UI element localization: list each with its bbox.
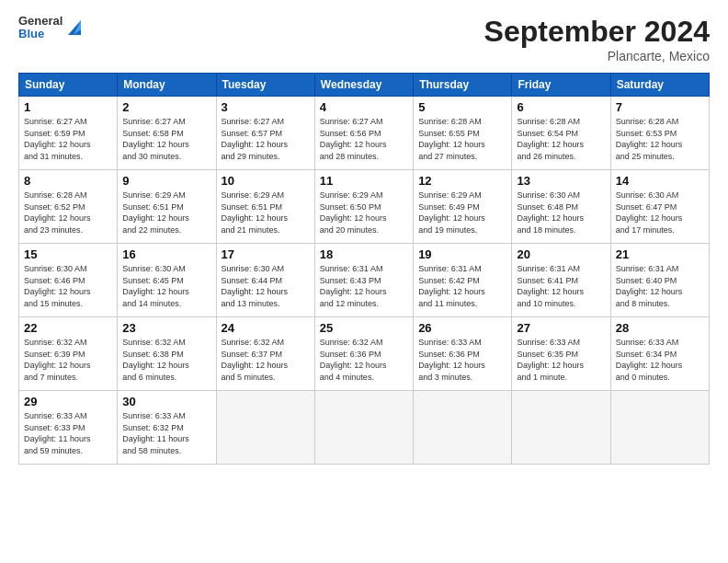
cell-line: and 28 minutes.: [320, 152, 379, 161]
logo-general: General: [18, 15, 63, 28]
cell-line: Sunrise: 6:28 AM: [517, 117, 580, 126]
cell-line: Sunset: 6:41 PM: [517, 276, 578, 285]
calendar-week-2: 8Sunrise: 6:28 AMSunset: 6:52 PMDaylight…: [19, 170, 710, 244]
cell-line: Sunrise: 6:28 AM: [616, 117, 679, 126]
cell-info: Sunrise: 6:30 AMSunset: 6:45 PMDaylight:…: [122, 263, 210, 309]
table-cell: 2Sunrise: 6:27 AMSunset: 6:58 PMDaylight…: [118, 97, 216, 170]
table-cell: 25Sunrise: 6:32 AMSunset: 6:36 PMDayligh…: [314, 317, 413, 391]
day-number: 9: [122, 174, 210, 188]
table-cell: 19Sunrise: 6:31 AMSunset: 6:42 PMDayligh…: [414, 244, 512, 317]
calendar-week-5: 29Sunrise: 6:33 AMSunset: 6:33 PMDayligh…: [19, 391, 710, 465]
cell-line: Sunset: 6:42 PM: [418, 276, 480, 285]
cell-info: Sunrise: 6:28 AMSunset: 6:52 PMDaylight:…: [24, 190, 112, 236]
cell-line: Sunrise: 6:30 AM: [222, 264, 285, 273]
calendar-week-4: 22Sunrise: 6:32 AMSunset: 6:39 PMDayligh…: [19, 317, 710, 391]
cell-line: and 25 minutes.: [616, 152, 675, 161]
cell-info: Sunrise: 6:29 AMSunset: 6:51 PMDaylight:…: [122, 190, 210, 236]
cell-line: Daylight: 11 hours: [122, 434, 189, 443]
cell-info: Sunrise: 6:32 AMSunset: 6:37 PMDaylight:…: [222, 337, 310, 383]
cell-line: Sunset: 6:44 PM: [222, 276, 283, 285]
cell-line: Sunset: 6:52 PM: [24, 202, 85, 212]
cell-info: Sunrise: 6:31 AMSunset: 6:41 PMDaylight:…: [517, 263, 605, 309]
cell-info: Sunrise: 6:31 AMSunset: 6:42 PMDaylight:…: [418, 263, 506, 309]
cell-line: Sunset: 6:58 PM: [122, 129, 184, 138]
cell-line: Daylight: 12 hours: [418, 213, 485, 223]
cell-line: Daylight: 12 hours: [122, 361, 189, 370]
cell-line: and 31 minutes.: [24, 152, 83, 161]
cell-line: and 23 minutes.: [24, 225, 83, 235]
cell-line: Sunset: 6:39 PM: [24, 350, 85, 359]
cell-line: and 3 minutes.: [418, 373, 472, 382]
cell-line: Sunrise: 6:30 AM: [616, 190, 679, 200]
cell-info: Sunrise: 6:32 AMSunset: 6:39 PMDaylight:…: [24, 337, 112, 383]
table-cell: 15Sunrise: 6:30 AMSunset: 6:46 PMDayligh…: [19, 244, 118, 317]
cell-info: Sunrise: 6:29 AMSunset: 6:50 PMDaylight:…: [320, 190, 408, 236]
cell-line: Daylight: 12 hours: [222, 361, 289, 370]
title-section: September 2024 Plancarte, Mexico: [484, 15, 710, 63]
cell-line: Daylight: 12 hours: [320, 287, 387, 296]
day-number: 15: [24, 247, 112, 261]
cell-info: Sunrise: 6:28 AMSunset: 6:55 PMDaylight:…: [418, 116, 506, 162]
day-number: 16: [122, 247, 210, 261]
cell-line: Sunset: 6:33 PM: [24, 423, 85, 432]
day-number: 22: [24, 321, 112, 335]
cell-line: Daylight: 12 hours: [24, 140, 91, 149]
cell-line: Daylight: 12 hours: [222, 140, 289, 149]
col-monday: Monday: [118, 74, 216, 97]
logo-blue: Blue: [18, 28, 63, 40]
cell-line: and 59 minutes.: [24, 446, 83, 455]
day-number: 6: [517, 100, 605, 114]
table-cell: [414, 391, 512, 465]
cell-line: Sunrise: 6:27 AM: [24, 117, 87, 126]
cell-line: and 13 minutes.: [222, 299, 280, 308]
month-title: September 2024: [484, 15, 710, 49]
table-cell: 7Sunrise: 6:28 AMSunset: 6:53 PMDaylight…: [610, 97, 709, 170]
cell-info: Sunrise: 6:32 AMSunset: 6:36 PMDaylight:…: [320, 337, 408, 383]
cell-line: Sunset: 6:35 PM: [517, 350, 578, 359]
cell-line: Daylight: 12 hours: [517, 287, 584, 296]
table-cell: 3Sunrise: 6:27 AMSunset: 6:57 PMDaylight…: [216, 97, 314, 170]
day-number: 20: [517, 247, 605, 261]
cell-info: Sunrise: 6:33 AMSunset: 6:34 PMDaylight:…: [616, 337, 704, 383]
cell-info: Sunrise: 6:30 AMSunset: 6:47 PMDaylight:…: [616, 190, 704, 236]
cell-line: Daylight: 12 hours: [122, 213, 189, 223]
col-friday: Friday: [512, 74, 610, 97]
table-cell: 11Sunrise: 6:29 AMSunset: 6:50 PMDayligh…: [314, 170, 413, 244]
table-cell: 20Sunrise: 6:31 AMSunset: 6:41 PMDayligh…: [512, 244, 610, 317]
col-thursday: Thursday: [414, 74, 512, 97]
day-number: 14: [616, 174, 704, 188]
day-number: 5: [418, 100, 506, 114]
table-cell: 29Sunrise: 6:33 AMSunset: 6:33 PMDayligh…: [19, 391, 118, 465]
cell-line: Sunrise: 6:29 AM: [122, 190, 186, 200]
cell-line: Sunset: 6:57 PM: [222, 129, 283, 138]
cell-info: Sunrise: 6:30 AMSunset: 6:44 PMDaylight:…: [222, 263, 310, 309]
cell-line: Sunset: 6:36 PM: [418, 350, 480, 359]
table-cell: 13Sunrise: 6:30 AMSunset: 6:48 PMDayligh…: [512, 170, 610, 244]
table-cell: 24Sunrise: 6:32 AMSunset: 6:37 PMDayligh…: [216, 317, 314, 391]
cell-line: Sunset: 6:34 PM: [616, 350, 677, 359]
cell-line: Sunset: 6:51 PM: [122, 202, 184, 212]
day-number: 13: [517, 174, 605, 188]
cell-line: Sunrise: 6:29 AM: [418, 190, 482, 200]
cell-line: Sunrise: 6:32 AM: [320, 338, 383, 347]
cell-line: and 10 minutes.: [517, 299, 575, 308]
col-tuesday: Tuesday: [216, 74, 314, 97]
cell-line: Daylight: 12 hours: [24, 361, 91, 370]
calendar-week-1: 1Sunrise: 6:27 AMSunset: 6:59 PMDaylight…: [19, 97, 710, 170]
cell-line: Sunset: 6:43 PM: [320, 276, 381, 285]
cell-line: Sunrise: 6:31 AM: [616, 264, 679, 273]
cell-line: Sunset: 6:47 PM: [616, 202, 677, 212]
cell-line: Sunrise: 6:31 AM: [418, 264, 482, 273]
cell-info: Sunrise: 6:33 AMSunset: 6:33 PMDaylight:…: [24, 410, 112, 456]
cell-line: Daylight: 12 hours: [320, 361, 387, 370]
cell-line: Sunset: 6:37 PM: [222, 350, 283, 359]
col-sunday: Sunday: [19, 74, 118, 97]
day-number: 11: [320, 174, 408, 188]
cell-line: Sunrise: 6:27 AM: [122, 117, 186, 126]
cell-line: Sunset: 6:53 PM: [616, 129, 677, 138]
cell-info: Sunrise: 6:31 AMSunset: 6:40 PMDaylight:…: [616, 263, 704, 309]
cell-line: Daylight: 12 hours: [616, 361, 683, 370]
cell-line: Daylight: 12 hours: [222, 287, 289, 296]
cell-line: and 14 minutes.: [122, 299, 181, 308]
calendar-table: Sunday Monday Tuesday Wednesday Thursday…: [18, 73, 710, 465]
